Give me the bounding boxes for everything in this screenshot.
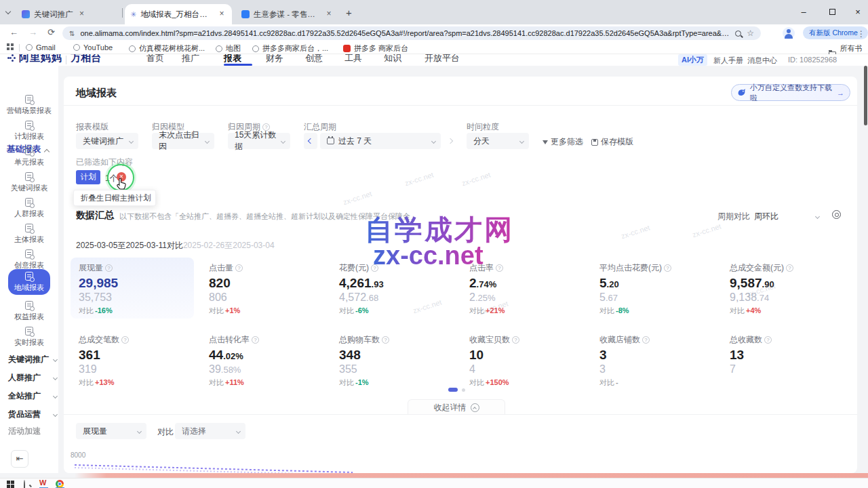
more-filters-button[interactable]: 更多筛选: [542, 136, 583, 148]
url-input[interactable]: one.alimama.com/index.html?spm=a21dvs.28…: [62, 26, 761, 40]
nav-home[interactable]: 首页: [146, 54, 164, 64]
reload-icon[interactable]: [47, 27, 55, 37]
wps-app-icon[interactable]: W: [39, 479, 46, 487]
profile-avatar[interactable]: [783, 27, 795, 39]
date-next-button[interactable]: [443, 133, 457, 149]
metric-card-cvr[interactable]: 点击转化率 44.02% 39.58% 对比+11%: [201, 329, 324, 390]
report-template-select[interactable]: 关键词推广: [76, 133, 138, 149]
nav-tools[interactable]: 工具: [344, 54, 362, 64]
carousel-dot[interactable]: [462, 388, 465, 392]
taskbar-search-icon[interactable]: [24, 481, 25, 488]
metric-card-gmv[interactable]: 总成交金额(元) 9,587.90 9,138.74 对比+4%: [722, 258, 845, 319]
chart-compare-select[interactable]: 请选择: [175, 423, 245, 439]
attribution-model-select[interactable]: 末次点击归因: [152, 133, 214, 149]
browser-menu-icon[interactable]: [857, 29, 865, 39]
chevron-down-icon: [236, 428, 241, 433]
apps-grid-icon[interactable]: [7, 43, 14, 51]
browser-tab[interactable]: 关键词推广: [16, 4, 121, 24]
date-range-select[interactable]: 过去 7 天: [320, 133, 441, 149]
window-restore-button[interactable]: [822, 7, 842, 17]
bookmark-item[interactable]: YouTube: [73, 43, 113, 52]
period-compare-select[interactable]: 周环比: [754, 211, 819, 222]
promo-banner-button[interactable]: 小万自定义查数支持下载啦: [731, 84, 850, 101]
bookmark-item[interactable]: 仿真樱花树桃花树...: [129, 43, 205, 54]
sidebar-item-region-active[interactable]: 地域报表: [8, 269, 50, 295]
browser-tab[interactable]: 生意参谋 - 零售电商大数据产…: [236, 4, 339, 24]
sidebar-item-marketing-scene[interactable]: 营销场景报表: [0, 92, 58, 118]
message-center-link[interactable]: 消息中心: [747, 56, 777, 66]
nav-open-platform[interactable]: 开放平台: [425, 54, 460, 64]
alimama-logo-icon: [9, 57, 12, 59]
metric-card-shop-favs[interactable]: 收藏店铺数 3 3 对比-: [591, 329, 715, 390]
nav-knowledge[interactable]: 知识: [384, 54, 401, 64]
newbie-guide-link[interactable]: 新人手册: [713, 56, 743, 66]
back-icon[interactable]: [9, 27, 18, 37]
help-icon[interactable]: [786, 264, 793, 272]
attribution-period-select[interactable]: 15天累计数据: [228, 133, 290, 149]
tab-close-icon[interactable]: [77, 9, 87, 19]
help-icon[interactable]: [382, 336, 389, 344]
bookmark-item[interactable]: 拼多多 商家后台: [343, 43, 408, 54]
carousel-dot-active[interactable]: [448, 388, 458, 392]
help-icon[interactable]: [764, 336, 772, 344]
sidebar-item-rights[interactable]: 权益报表: [0, 298, 58, 324]
window-close-button[interactable]: [848, 7, 868, 17]
sidebar-nav-goods-ops[interactable]: 货品运营: [8, 407, 57, 421]
metric-card-orders[interactable]: 总成交笔数 361 319 对比+13%: [71, 329, 194, 390]
metric-card-item-favs[interactable]: 收藏宝贝数 10 4 对比+150%: [461, 329, 585, 390]
window-minimize-button[interactable]: [793, 7, 814, 17]
help-icon[interactable]: [496, 264, 503, 272]
help-icon[interactable]: [664, 264, 671, 272]
site-info-icon[interactable]: [69, 30, 75, 37]
tab-close-icon[interactable]: [324, 9, 334, 19]
help-icon[interactable]: [235, 264, 243, 272]
sidebar-nav-activity[interactable]: 活动加速: [8, 424, 57, 438]
browser-tab-active[interactable]: ✳ 地域报表_万相台无界版: [125, 4, 232, 24]
sidebar-item-audience[interactable]: 人群报表: [0, 195, 58, 221]
metric-card-carts[interactable]: 总购物车数 348 355 对比-1%: [331, 329, 454, 390]
page-scrollbar[interactable]: [864, 66, 867, 125]
help-icon[interactable]: [121, 336, 129, 344]
chart-metric-select[interactable]: 展现量: [76, 423, 146, 439]
help-icon[interactable]: [642, 336, 650, 344]
sidebar-item-plan[interactable]: 计划报表: [0, 118, 58, 144]
nav-reports[interactable]: 报表: [224, 54, 241, 64]
save-template-button[interactable]: 保存模版: [591, 136, 633, 148]
tab-search-icon[interactable]: [5, 9, 11, 14]
help-icon[interactable]: [252, 336, 259, 344]
metric-card-impressions[interactable]: 展现量 29,985 35,753 对比-16%: [71, 258, 194, 319]
collapse-details-button[interactable]: 收起详情: [408, 399, 505, 415]
forward-icon[interactable]: [28, 27, 37, 37]
windows-start-icon[interactable]: [7, 481, 14, 488]
tab-close-icon[interactable]: [217, 9, 226, 19]
sidebar-item-keyword[interactable]: 关键词报表: [0, 169, 58, 195]
help-icon[interactable]: [512, 336, 519, 344]
bookmark-star-icon[interactable]: [747, 28, 754, 38]
sidebar-nav-audience-promo[interactable]: 人群推广: [8, 371, 57, 384]
chevron-down-icon: [129, 138, 134, 143]
bookmarks-bar: Gmail YouTube 仿真樱花树桃花树... 地图 拼多多商家后台，...…: [0, 42, 868, 54]
bookmark-item[interactable]: 拼多多商家后台，...: [252, 43, 328, 54]
sidebar-item-unit[interactable]: 单元报表: [0, 144, 58, 169]
gear-icon[interactable]: [832, 210, 841, 219]
nav-promote[interactable]: 推广: [182, 54, 199, 64]
sidebar-item-subject[interactable]: 主体报表: [0, 221, 58, 247]
new-tab-button[interactable]: [346, 7, 352, 18]
plan-tag[interactable]: 计划: [76, 170, 100, 184]
date-prev-button[interactable]: [304, 133, 317, 149]
time-granularity-select[interactable]: 分天: [467, 133, 529, 149]
metric-card-avg-cpc[interactable]: 平均点击花费(元) 5.20 5.67 对比-8%: [591, 258, 715, 319]
bookmark-item[interactable]: 地图: [216, 43, 241, 54]
help-icon[interactable]: [105, 264, 113, 272]
zoom-icon[interactable]: [735, 30, 741, 37]
nav-creative[interactable]: 创意: [305, 54, 323, 64]
metric-card-clicks[interactable]: 点击量 820 806 对比+1%: [201, 258, 324, 319]
nav-finance[interactable]: 财务: [266, 54, 283, 64]
bookmark-item[interactable]: Gmail: [26, 43, 56, 52]
ai-assistant-button[interactable]: AI小万: [678, 54, 707, 66]
sidebar-item-realtime[interactable]: 实时报表: [0, 324, 58, 350]
sidebar-nav-sitewide-promo[interactable]: 全站推广: [8, 389, 57, 403]
metric-card-total-favs[interactable]: 总收藏数 13 7: [722, 329, 845, 390]
sidebar-nav-keyword-promo[interactable]: 关键词推广: [8, 352, 57, 366]
sidebar-collapse-button[interactable]: [11, 450, 28, 468]
